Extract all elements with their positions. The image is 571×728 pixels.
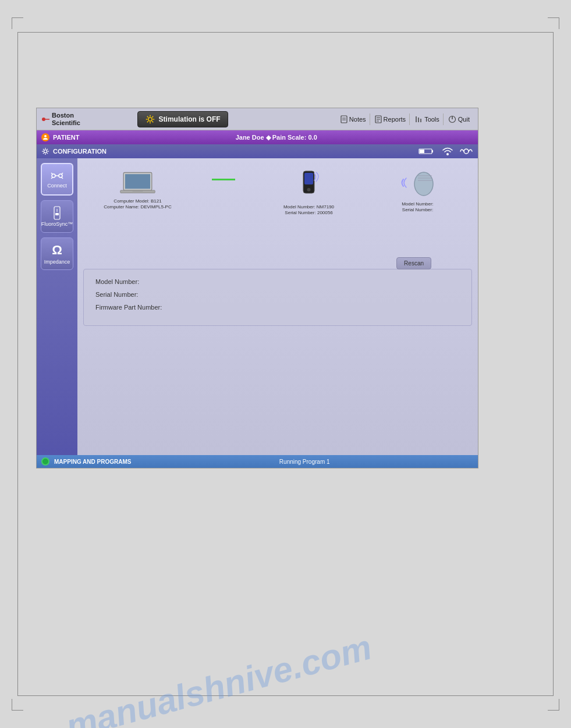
svg-point-37 [464,149,469,154]
flurosync-label: FluoroSync™ [41,221,73,227]
patient-name-area: Jane Doe ◆ Pain Scale: 0.0 [79,134,473,141]
patient-icon [41,133,49,141]
svg-rect-11 [341,116,347,123]
watermark: manualshnive.com [62,576,568,728]
reports-icon [375,115,382,123]
app-window: Boston Scientific Stimulation is O [36,108,478,468]
rescan-label: Rescan [404,260,424,267]
detail-serial-key: Serial Number: [95,291,138,298]
computer-device: Computer Model: B121 Computer Name: DEVI… [103,170,173,211]
stimulation-gear-icon [145,114,155,125]
quit-label: Quit [458,116,470,123]
tools-icon [414,115,423,123]
nav-notes[interactable]: Notes [337,113,370,125]
logo-icon [41,115,51,124]
svg-point-36 [446,153,449,155]
patient-section-label: PATIENT [53,134,79,141]
stimulation-label: Stimulation is OFF [159,115,221,123]
mapping-label: MAPPING AND PROGRAMS [54,459,131,465]
rf-icon [459,146,473,157]
svg-line-43 [62,173,63,174]
stimulation-button[interactable]: Stimulation is OFF [137,111,228,127]
page-border-bottom [17,695,554,696]
logo-text: Boston Scientific [52,112,80,126]
computer-name: Computer Name: DEVIMPL5-PC [104,204,171,210]
omega-icon: Ω [52,243,62,258]
svg-point-38 [52,174,55,177]
svg-rect-53 [304,173,313,184]
sidebar-impedance[interactable]: Ω Impedance [41,237,73,270]
config-gear-icon [41,147,49,155]
corner-mark-bl [12,699,23,711]
pain-scale-separator: ◆ [266,134,272,141]
detail-model-key: Model Number: [95,278,139,285]
sidebar-flurosync[interactable]: FluoroSync™ [41,200,73,233]
svg-rect-34 [432,150,433,152]
content-area: Computer Model: B121 Computer Name: DEVI… [77,158,478,455]
quit-icon [448,115,456,123]
corner-mark-tl [12,17,23,29]
svg-rect-49 [125,174,150,189]
svg-line-31 [47,149,48,150]
svg-line-7 [147,116,148,117]
handset-model-label: Model Number: NM7190 [283,204,334,210]
page-border-left [17,32,18,696]
wireless-icon [441,146,455,157]
svg-line-8 [152,121,153,122]
impedance-label: Impedance [44,259,70,265]
svg-line-41 [51,173,52,174]
config-bar: CONFIGURATION [37,144,478,158]
svg-rect-35 [420,150,424,153]
svg-point-0 [42,118,45,121]
handset-model-key: Model Number: [283,204,315,209]
handset-serial-key: Serial Number: [285,210,315,215]
ipg-device: Model Number: Serial Number: [383,170,453,214]
page-border-top [17,32,554,33]
logo-line1: Boston [52,112,80,119]
svg-line-10 [147,121,148,122]
svg-line-44 [62,177,63,179]
svg-point-39 [59,174,62,177]
pain-scale-value: 0.0 [308,134,317,141]
laptop-icon [119,170,157,196]
status-bar: MAPPING AND PROGRAMS Running Program 1 [37,455,478,468]
pain-scale-label: Pain Scale: [272,134,307,141]
flurosync-icon [52,206,62,220]
ipg-serial-label: Serial Number: [402,207,434,213]
corner-mark-br [548,699,559,711]
patient-bar: PATIENT Jane Doe ◆ Pain Scale: 0.0 [37,130,478,144]
patient-name: Jane Doe [236,134,264,141]
handset-serial-row: Serial Number: 200056 [283,210,334,216]
nav-quit[interactable]: Quit [445,113,473,125]
connection-line [212,179,235,180]
handset-device: Model Number: NM7190 Serial Number: 2000… [274,170,344,216]
ipg-icon [400,170,435,199]
tools-label: Tools [424,116,439,123]
svg-rect-47 [55,213,59,215]
logo-line2: Scientific [52,119,80,126]
handset-serial-value: 200056 [317,210,333,215]
running-label: Running Program 1 [136,459,473,465]
svg-point-24 [44,150,47,153]
svg-line-30 [47,152,48,154]
svg-line-42 [51,177,52,179]
svg-rect-51 [133,190,143,191]
reports-label: Reports [384,116,406,123]
svg-line-9 [152,116,153,117]
svg-line-29 [43,149,44,150]
nav-reports[interactable]: Reports [371,113,410,125]
top-bar: Boston Scientific Stimulation is O [37,108,478,130]
main-content: Connect FluoroSync™ Ω Impedance [37,158,478,455]
sidebar: Connect FluoroSync™ Ω Impedance [37,158,77,455]
device-diagram: Computer Model: B121 Computer Name: DEVI… [83,164,472,234]
signal-line [212,170,235,180]
detail-serial-row: Serial Number: [95,291,460,298]
sidebar-connect[interactable]: Connect [41,163,73,196]
status-indicator [41,457,49,466]
battery-icon [419,147,436,155]
connect-icon [50,170,64,182]
nav-tools[interactable]: Tools [411,113,444,125]
rescan-button[interactable]: Rescan [396,257,431,269]
svg-point-2 [148,117,151,120]
handset-icon [299,170,319,202]
